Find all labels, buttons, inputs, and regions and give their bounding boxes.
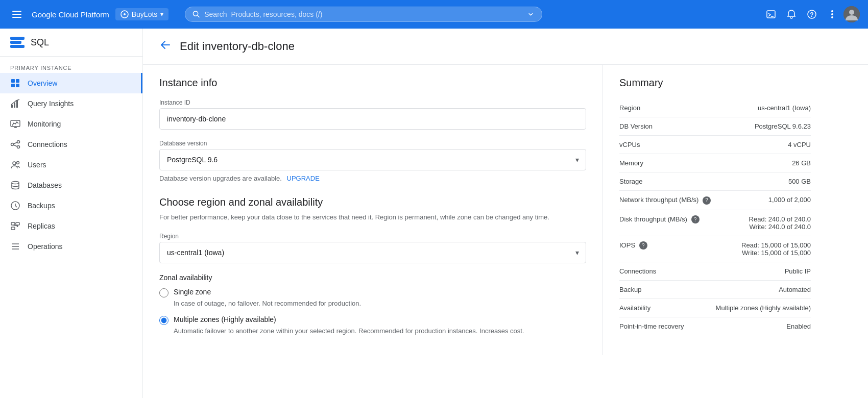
operations-icon [10, 241, 20, 252]
multi-zone-option: Multiple zones (Highly available) Automa… [159, 315, 586, 335]
upgrade-link[interactable]: UPGRADE [287, 175, 320, 182]
user-avatar[interactable] [843, 6, 860, 22]
sidebar-item-operations[interactable]: Operations [0, 236, 142, 257]
db-version-select[interactable]: PostgreSQL 9.6 [159, 149, 586, 170]
summary-row: ConnectionsPublic IP [619, 262, 811, 281]
notifications-icon[interactable] [782, 5, 801, 23]
svg-text:?: ? [810, 11, 813, 18]
help-icon[interactable]: ? [691, 215, 700, 223]
svg-point-15 [849, 10, 854, 15]
summary-value: 4 vCPU [788, 141, 811, 148]
svg-point-4 [124, 13, 126, 15]
multi-zone-text: Multiple zones (Highly available) [174, 315, 276, 324]
project-selector[interactable]: BuyLots ▾ [115, 8, 169, 20]
svg-rect-17 [16, 79, 19, 83]
svg-rect-19 [16, 84, 19, 87]
instance-id-group: Instance ID [159, 99, 586, 130]
summary-value: Automated [779, 286, 811, 293]
svg-rect-0 [12, 11, 21, 12]
single-zone-text: Single zone [174, 288, 211, 296]
single-zone-radio[interactable] [159, 288, 168, 297]
summary-row: Memory26 GB [619, 154, 811, 172]
back-button[interactable] [159, 39, 172, 54]
zonal-availability-section: Zonal availability Single zone In case o… [159, 273, 586, 335]
summary-row: Storage500 GB [619, 172, 811, 191]
sidebar: SQL PRIMARY INSTANCE Overview [0, 29, 143, 398]
backups-icon [10, 201, 20, 211]
project-chevron: ▾ [160, 11, 163, 18]
main-layout: SQL PRIMARY INSTANCE Overview [0, 29, 868, 398]
svg-point-13 [831, 16, 833, 18]
sidebar-item-replicas[interactable]: Replicas [0, 216, 142, 236]
svg-point-5 [194, 11, 198, 16]
summary-row: AvailabilityMultiple zones (Highly avail… [619, 299, 811, 317]
summary-value: 26 GB [792, 159, 811, 167]
sidebar-item-query-insights-label: Query Insights [28, 100, 74, 108]
db-version-group: Database version PostgreSQL 9.6 ▾ Databa… [159, 140, 586, 182]
sidebar-item-monitoring-label: Monitoring [28, 120, 61, 128]
multi-zone-desc: Automatic failover to another zone withi… [174, 327, 586, 335]
sidebar-item-users[interactable]: Users [0, 155, 142, 175]
svg-rect-16 [11, 79, 15, 83]
connections-icon [10, 139, 20, 150]
sidebar-item-backups[interactable]: Backups [0, 195, 142, 216]
instance-info-title: Instance info [159, 77, 586, 89]
sidebar-item-backups-label: Backups [28, 202, 55, 210]
instance-id-input[interactable] [159, 108, 586, 130]
search-expand-icon [527, 10, 535, 18]
region-section-title: Choose region and zonal availability [159, 196, 586, 208]
sidebar-item-connections[interactable]: Connections [0, 134, 142, 155]
summary-row: Regionus-central1 (Iowa) [619, 99, 811, 117]
summary-row: IOPS ?Read: 15,000 of 15,000Write: 15,00… [619, 236, 811, 262]
help-icon[interactable]: ? [703, 196, 711, 205]
summary-value: Multiple zones (Highly available) [716, 304, 811, 312]
svg-line-6 [198, 15, 200, 17]
svg-rect-2 [12, 17, 21, 18]
sidebar-item-monitoring[interactable]: Monitoring [0, 114, 142, 134]
hamburger-menu[interactable] [8, 5, 26, 24]
svg-rect-20 [11, 105, 13, 108]
svg-rect-22 [16, 101, 18, 108]
summary-value: 500 GB [788, 178, 811, 185]
databases-icon [10, 180, 20, 190]
region-label: Region [159, 233, 586, 240]
single-zone-label[interactable]: Single zone [159, 288, 586, 297]
page-header: Edit inventory-db-clone [143, 29, 868, 65]
sidebar-item-overview[interactable]: Overview [0, 73, 142, 93]
summary-row: vCPUs4 vCPU [619, 136, 811, 154]
sidebar-item-databases-label: Databases [28, 181, 62, 189]
help-icon[interactable]: ? [639, 241, 647, 250]
db-version-select-wrapper: PostgreSQL 9.6 ▾ [159, 149, 586, 170]
sidebar-item-query-insights[interactable]: Query Insights [0, 93, 142, 114]
form-section: Instance info Instance ID Database versi… [143, 65, 602, 355]
region-select[interactable]: us-central1 (Iowa) [159, 242, 586, 263]
summary-value: 1,000 of 2,000 [768, 196, 811, 205]
upgrade-notice: Database version upgrades are available.… [159, 175, 586, 182]
zonal-title: Zonal availability [159, 273, 586, 282]
summary-value: PostgreSQL 9.6.23 [755, 122, 811, 130]
summary-key: IOPS ? [619, 241, 696, 257]
help-icon[interactable]: ? [803, 5, 821, 23]
svg-point-33 [12, 182, 19, 184]
search-input[interactable] [204, 10, 523, 18]
summary-section: Summary Regionus-central1 (Iowa)DB Versi… [602, 65, 827, 355]
summary-row: Network throughput (MB/s) ?1,000 of 2,00… [619, 191, 811, 210]
summary-row: Point-in-time recoveryEnabled [619, 317, 811, 335]
summary-value: us-central1 (Iowa) [758, 104, 811, 112]
summary-row: Disk throughput (MB/s) ?Read: 240.0 of 2… [619, 210, 811, 236]
nav-actions: ? [762, 5, 860, 23]
more-options-icon[interactable] [823, 5, 841, 23]
svg-rect-35 [16, 222, 19, 225]
svg-rect-34 [11, 222, 15, 225]
multi-zone-label[interactable]: Multiple zones (Highly available) [159, 315, 586, 325]
region-select-wrapper: us-central1 (Iowa) ▾ [159, 242, 586, 263]
svg-point-27 [17, 141, 20, 143]
sidebar-item-replicas-label: Replicas [28, 222, 55, 230]
terminal-icon[interactable] [762, 5, 780, 23]
summary-key: Memory [619, 159, 696, 167]
region-desc: For better performance, keep your data c… [159, 212, 586, 222]
multi-zone-radio[interactable] [159, 316, 168, 325]
sidebar-item-databases[interactable]: Databases [0, 175, 142, 195]
instance-id-label: Instance ID [159, 99, 586, 106]
summary-value: Enabled [786, 322, 811, 330]
